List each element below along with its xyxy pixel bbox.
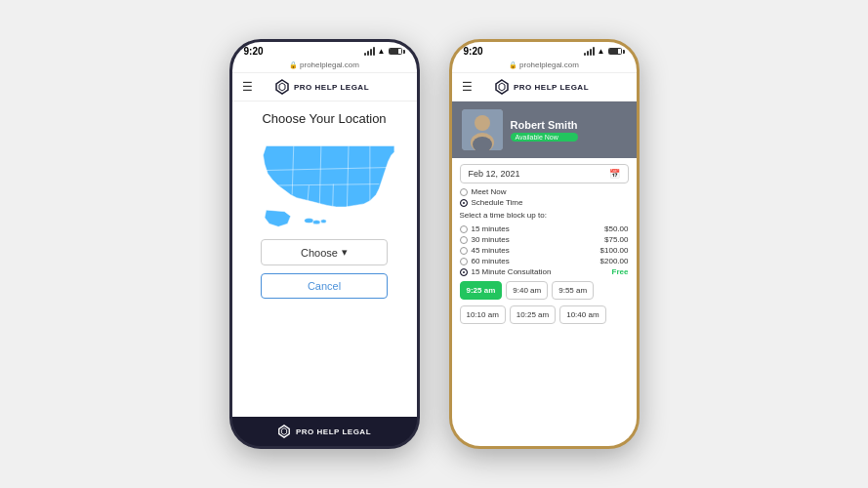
footer-logo-text: PRO HELP LEGAL xyxy=(296,427,371,436)
time-radio-30[interactable] xyxy=(460,236,468,244)
wifi-icon: ▲ xyxy=(378,47,386,56)
svg-point-18 xyxy=(475,115,490,131)
phone1-main-content: Choose Your Location xyxy=(232,102,417,417)
nav-bar-1: ☰ PRO HELP LEGAL xyxy=(232,73,417,102)
timeslot-1025[interactable]: 10:25 am xyxy=(510,305,556,324)
phone1-footer: PRO HELP LEGAL xyxy=(232,417,417,446)
phone-1: 9:20 ▲ 🔒 prohelplegal.com ☰ xyxy=(229,39,420,449)
hamburger-icon[interactable]: ☰ xyxy=(242,80,253,94)
timeslot-1040[interactable]: 10:40 am xyxy=(559,305,605,324)
lawyer-photo xyxy=(462,109,503,150)
svg-marker-13 xyxy=(279,426,290,437)
timeslot-925[interactable]: 9:25 am xyxy=(460,281,503,300)
calendar-icon: 📅 xyxy=(609,169,620,179)
logo-icon-2 xyxy=(494,79,510,95)
status-bar-2: 9:20 ▲ xyxy=(452,42,637,59)
logo-area-1: PRO HELP LEGAL xyxy=(274,79,369,95)
hamburger-icon-2[interactable]: ☰ xyxy=(462,80,473,94)
logo-icon-1 xyxy=(274,79,290,95)
time-option-15[interactable]: 15 minutes $50.00 xyxy=(460,224,629,234)
status-bar-1: 9:20 ▲ xyxy=(232,42,417,59)
status-icons-2: ▲ xyxy=(584,47,625,56)
choose-location-title: Choose Your Location xyxy=(262,111,386,126)
availability-badge: Available Now xyxy=(511,133,578,142)
wifi-icon-2: ▲ xyxy=(598,47,605,56)
choose-button[interactable]: Choose ▾ xyxy=(261,239,388,265)
meet-now-radio[interactable] xyxy=(460,188,468,196)
lawyer-card: Robert Smith Available Now xyxy=(452,102,637,158)
time-radio-15[interactable] xyxy=(460,225,468,233)
timeslot-1010[interactable]: 10:10 am xyxy=(460,305,506,324)
svg-marker-16 xyxy=(499,83,505,91)
status-time-2: 9:20 xyxy=(464,46,483,57)
lawyer-name: Robert Smith xyxy=(511,119,578,131)
svg-point-11 xyxy=(312,220,320,224)
svg-marker-0 xyxy=(276,80,288,94)
time-radio-60[interactable] xyxy=(460,258,468,265)
dropdown-arrow-icon: ▾ xyxy=(342,246,348,259)
footer-logo-icon xyxy=(277,425,291,438)
time-slots-row2: 10:10 am 10:25 am 10:40 am xyxy=(460,305,629,324)
time-radio-45[interactable] xyxy=(460,247,468,255)
logo-text-2: PRO HELP LEGAL xyxy=(514,83,589,92)
us-map[interactable] xyxy=(246,134,402,231)
signal-icon xyxy=(364,48,375,56)
svg-marker-15 xyxy=(496,80,508,94)
timeslot-955[interactable]: 9:55 am xyxy=(552,281,594,300)
time-slots-row1: 9:25 am 9:40 am 9:55 am xyxy=(460,281,629,300)
cancel-button[interactable]: Cancel xyxy=(261,273,388,299)
date-input[interactable]: Feb 12, 2021 📅 xyxy=(460,164,629,183)
battery-icon xyxy=(389,48,405,55)
url-bar-1: 🔒 prohelplegal.com xyxy=(232,59,417,73)
battery-icon-2 xyxy=(608,48,625,55)
lock-icon-2: 🔒 xyxy=(509,61,517,69)
schedule-time-option[interactable]: Schedule Time xyxy=(460,198,629,207)
url-text-1: prohelplegal.com xyxy=(300,61,359,69)
screen-1: ☰ PRO HELP LEGAL Choose Your Location xyxy=(232,73,417,417)
timeslot-940[interactable]: 9:40 am xyxy=(506,281,548,300)
radio-group: Meet Now Schedule Time xyxy=(460,187,629,207)
select-time-label: Select a time block up to: xyxy=(460,211,629,220)
lock-icon: 🔒 xyxy=(289,61,298,69)
svg-point-10 xyxy=(305,219,313,224)
time-option-60[interactable]: 60 minutes $200.00 xyxy=(460,256,629,266)
date-value: Feb 12, 2021 xyxy=(469,169,520,179)
status-time-1: 9:20 xyxy=(244,46,264,57)
status-icons-1: ▲ xyxy=(364,47,405,56)
url-bar-2: 🔒 prohelplegal.com xyxy=(452,59,637,73)
time-option-45[interactable]: 45 minutes $100.00 xyxy=(460,245,629,256)
screen-2: ☰ PRO HELP LEGAL xyxy=(452,73,637,446)
phone-2: 9:20 ▲ 🔒 prohelplegal.com ☰ xyxy=(449,39,640,449)
time-options-list: 15 minutes $50.00 30 minutes $75.00 45 m… xyxy=(460,224,629,277)
lawyer-info: Robert Smith Available Now xyxy=(511,119,578,142)
schedule-time-radio[interactable] xyxy=(460,199,468,207)
logo-text-1: PRO HELP LEGAL xyxy=(294,83,369,92)
time-radio-free[interactable] xyxy=(460,268,468,276)
svg-marker-1 xyxy=(279,83,285,91)
meet-now-option[interactable]: Meet Now xyxy=(460,187,629,196)
time-option-30[interactable]: 30 minutes $75.00 xyxy=(460,234,629,245)
logo-area-2: PRO HELP LEGAL xyxy=(494,79,589,95)
signal-icon-2 xyxy=(584,48,595,56)
nav-bar-2: ☰ PRO HELP LEGAL xyxy=(452,73,637,102)
booking-content: Feb 12, 2021 📅 Meet Now Schedule Time Se… xyxy=(452,158,637,446)
svg-marker-14 xyxy=(281,428,286,435)
svg-point-12 xyxy=(321,220,327,224)
url-text-2: prohelplegal.com xyxy=(519,61,579,69)
time-option-free[interactable]: 15 Minute Consultation Free xyxy=(460,266,629,277)
